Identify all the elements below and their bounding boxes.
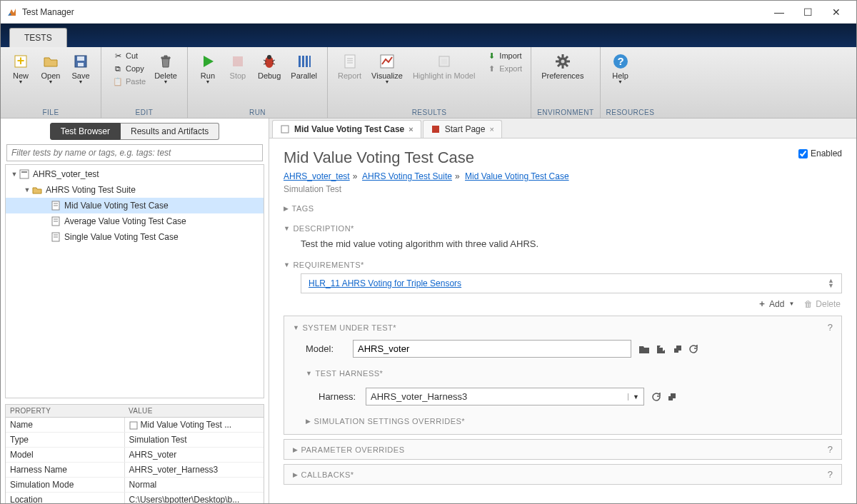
save-button[interactable]: Save▼ [66, 50, 95, 87]
harness-row: Harness: AHRS_voter_Harness3 ▼ [319, 388, 833, 405]
requirement-box: HLR_11 AHRS Voting for Triple Sensors ▲▼ [301, 273, 842, 293]
prop-row-model[interactable]: ModelAHRS_voter [6, 448, 264, 463]
testcase-icon [50, 231, 61, 243]
close-icon[interactable]: × [409, 125, 413, 133]
prop-header-val: VALUE [124, 405, 264, 418]
breadcrumb-0[interactable]: AHRS_voter_test [284, 171, 350, 181]
toolbar: + New▼ Open▼ Save▼ FILE ✂Cut ⧉Copy 📋Past… [1, 47, 856, 119]
paste-button[interactable]: 📋Paste [110, 76, 149, 87]
reload-icon[interactable] [651, 392, 661, 402]
help-icon[interactable]: ? [828, 469, 833, 480]
requirement-link[interactable]: HLR_11 AHRS Voting for Triple Sensors [309, 278, 461, 288]
open-external-icon[interactable] [673, 344, 683, 354]
help-icon[interactable]: ? [828, 322, 833, 333]
section-param-header[interactable]: ▶PARAMETER OVERRIDES [293, 445, 405, 454]
visualize-button[interactable]: Visualize▼ [367, 50, 407, 87]
prop-row-location[interactable]: LocationC:\Users\bpotter\Desktop\b... [6, 493, 264, 505]
export-button[interactable]: ⬆Export [483, 63, 525, 74]
enabled-label: Enabled [811, 148, 842, 158]
prop-row-harness[interactable]: Harness NameAHRS_voter_Harness3 [6, 463, 264, 478]
new-icon: + [12, 53, 29, 70]
prop-row-simmode[interactable]: Simulation ModeNormal [6, 478, 264, 493]
svg-rect-3 [77, 56, 84, 61]
help-icon[interactable]: ? [828, 444, 833, 455]
run-button[interactable]: Run▼ [194, 50, 222, 87]
chevron-down-icon[interactable]: ▼ [23, 186, 31, 193]
section-simoverrides-header[interactable]: ▶SIMULATION SETTINGS OVERRIDES* [306, 414, 833, 428]
breadcrumb-1[interactable]: AHRS Voting Test Suite [362, 171, 452, 181]
import-button[interactable]: ⬇Import [483, 50, 525, 61]
editor-tab-case[interactable]: Mid Value Voting Test Case × [272, 120, 421, 138]
copy-button[interactable]: ⧉Copy [110, 63, 149, 74]
browse-icon[interactable] [638, 344, 650, 354]
stop-button[interactable]: Stop [224, 50, 252, 83]
model-input[interactable] [353, 340, 631, 358]
debug-button[interactable]: Debug [254, 50, 285, 83]
chevron-right-icon: ▶ [306, 418, 311, 425]
tree-suite[interactable]: ▼ AHRS Voting Test Suite [6, 182, 264, 198]
delete-button[interactable]: Delete▼ [150, 50, 181, 87]
tree-case-avg[interactable]: Average Value Voting Test Case [6, 213, 264, 229]
section-sut-header[interactable]: ▼SYSTEM UNDER TEST* [293, 323, 396, 332]
test-tree: ▼ AHRS_voter_test ▼ AHRS Voting Test Sui… [5, 164, 264, 398]
section-sut: ▼SYSTEM UNDER TEST* ? Model: ▼TEST HARNE… [284, 316, 842, 435]
open-external-icon[interactable] [667, 392, 677, 402]
paste-icon: 📋 [113, 76, 123, 86]
folder-icon [31, 184, 43, 196]
section-tags-header[interactable]: ▶TAGS [284, 201, 842, 216]
editor-tab-start[interactable]: Start Page × [423, 120, 502, 138]
titlebar: Test Manager — ☐ ✕ [1, 1, 856, 24]
parallel-button[interactable]: Parallel [286, 50, 321, 83]
report-button[interactable]: Report [334, 50, 366, 83]
svg-rect-36 [21, 171, 27, 173]
delete-requirement-button[interactable]: 🗑Delete [804, 298, 841, 310]
tab-test-browser[interactable]: Test Browser [50, 123, 121, 140]
filter-input[interactable] [6, 144, 263, 161]
svg-rect-14 [306, 56, 308, 67]
parallel-icon [296, 53, 313, 70]
svg-text:?: ? [617, 55, 623, 67]
close-icon[interactable]: × [489, 125, 493, 133]
svg-rect-22 [441, 59, 447, 64]
section-req-header[interactable]: ▼REQUIREMENTS* [284, 258, 842, 272]
svg-text:+: + [17, 54, 25, 68]
highlight-button[interactable]: Highlight in Model [409, 50, 479, 83]
close-button[interactable]: ✕ [822, 1, 851, 23]
tab-results-artifacts[interactable]: Results and Artifacts [121, 123, 219, 140]
req-spin[interactable]: ▲▼ [828, 278, 834, 288]
chevron-down-icon: ▼ [293, 324, 299, 331]
tab-tests[interactable]: TESTS [9, 28, 67, 47]
highlight-icon [436, 53, 453, 70]
reload-icon[interactable] [688, 344, 698, 354]
harness-label: Harness: [319, 391, 359, 402]
section-callbacks-header[interactable]: ▶CALLBACKS* [293, 470, 354, 479]
help-button[interactable]: ? Help▼ [606, 50, 635, 87]
svg-rect-12 [299, 56, 301, 67]
chevron-down-icon[interactable]: ▼ [10, 171, 19, 178]
tree-root[interactable]: ▼ AHRS_voter_test [6, 166, 264, 182]
breadcrumb-2[interactable]: Mid Value Voting Test Case [465, 171, 569, 181]
harness-combo[interactable]: AHRS_voter_Harness3 ▼ [366, 388, 644, 405]
tree-case-single[interactable]: Single Value Voting Test Case [6, 229, 264, 245]
refresh-model-icon[interactable] [656, 344, 667, 354]
description-text: Test the mid value voting algorithm with… [284, 236, 842, 252]
svg-rect-47 [281, 126, 289, 133]
group-resources: ? Help▼ RESOURCES [601, 47, 661, 118]
cut-button[interactable]: ✂Cut [110, 50, 149, 61]
chevron-down-icon: ▼ [628, 393, 639, 400]
section-desc-header[interactable]: ▼DESCRIPTION* [284, 221, 842, 236]
prop-row-type[interactable]: TypeSimulation Test [6, 433, 264, 448]
maximize-button[interactable]: ☐ [793, 1, 822, 23]
prop-row-name[interactable]: NameMid Value Voting Test ... [6, 418, 264, 433]
minimize-button[interactable]: — [765, 1, 793, 23]
trash-icon: 🗑 [804, 299, 813, 309]
testcase-icon [280, 124, 290, 134]
tree-case-mid[interactable]: Mid Value Voting Test Case [6, 198, 264, 213]
add-requirement-button[interactable]: ＋Add▼ [758, 298, 794, 310]
enabled-checkbox[interactable] [798, 149, 808, 158]
section-harness-header[interactable]: ▼TEST HARNESS* [306, 366, 833, 380]
new-button[interactable]: + New▼ [6, 50, 35, 87]
preferences-button[interactable]: Preferences [537, 50, 588, 83]
open-button[interactable]: Open▼ [36, 50, 65, 87]
filter-box [6, 144, 263, 161]
